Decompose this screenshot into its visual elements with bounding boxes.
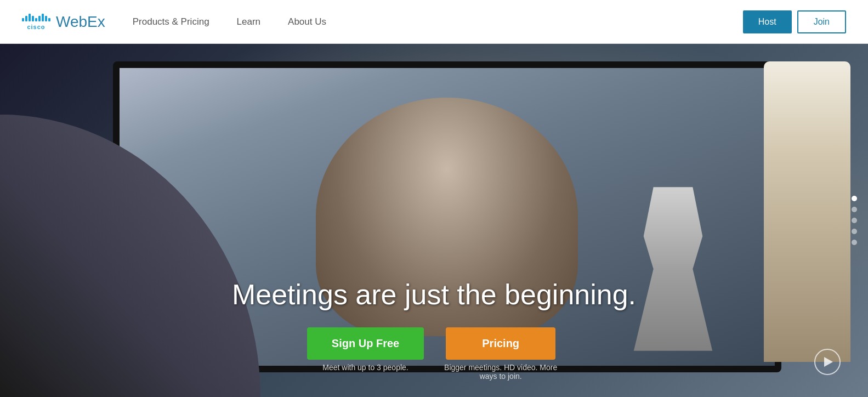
bar-4: [32, 16, 34, 21]
bar-9: [48, 18, 50, 21]
bar-1: [22, 18, 24, 21]
bar-8: [45, 16, 47, 21]
join-button[interactable]: Join: [797, 10, 846, 33]
cisco-brand-text: cisco: [27, 24, 45, 30]
dot-1[interactable]: [852, 196, 857, 201]
dot-2[interactable]: [852, 207, 857, 212]
bar-2: [25, 16, 27, 21]
signup-cta-group: Sign Up Free Meet with up to 3 people.: [307, 327, 424, 372]
logo-area: cisco WebEx: [22, 13, 105, 31]
hero-content: Meetings are just the beginning. Sign Up…: [0, 278, 868, 397]
dot-3[interactable]: [852, 218, 857, 223]
nav-products-pricing[interactable]: Products & Pricing: [133, 16, 209, 27]
hero-headline: Meetings are just the beginning.: [232, 278, 636, 311]
play-icon: [824, 357, 833, 367]
pricing-subtext: Bigger meetings. HD video. More ways to …: [440, 363, 561, 381]
nav-learn[interactable]: Learn: [237, 16, 260, 27]
pricing-cta-group: Pricing Bigger meetings. HD video. More …: [440, 327, 561, 381]
bar-3: [29, 14, 31, 21]
slide-dots: [852, 196, 857, 245]
header: cisco WebEx Products & Pricing Learn Abo…: [0, 0, 868, 44]
play-button[interactable]: [814, 349, 841, 375]
dot-5[interactable]: [852, 240, 857, 245]
webex-brand-title: WebEx: [56, 13, 105, 31]
bar-5: [35, 18, 37, 21]
signup-subtext: Meet with up to 3 people.: [322, 363, 408, 372]
cisco-bars-icon: [22, 14, 50, 21]
hero-section: Meetings are just the beginning. Sign Up…: [0, 44, 868, 397]
bar-7: [42, 14, 44, 21]
main-nav: Products & Pricing Learn About Us: [133, 16, 743, 27]
signup-button[interactable]: Sign Up Free: [307, 327, 424, 360]
hero-buttons: Sign Up Free Meet with up to 3 people. P…: [307, 327, 561, 381]
cisco-logo: cisco: [22, 14, 50, 30]
pricing-button[interactable]: Pricing: [446, 327, 555, 360]
bar-6: [38, 16, 41, 21]
header-buttons: Host Join: [743, 10, 846, 33]
dot-4[interactable]: [852, 229, 857, 234]
host-button[interactable]: Host: [743, 10, 792, 33]
nav-about-us[interactable]: About Us: [288, 16, 326, 27]
